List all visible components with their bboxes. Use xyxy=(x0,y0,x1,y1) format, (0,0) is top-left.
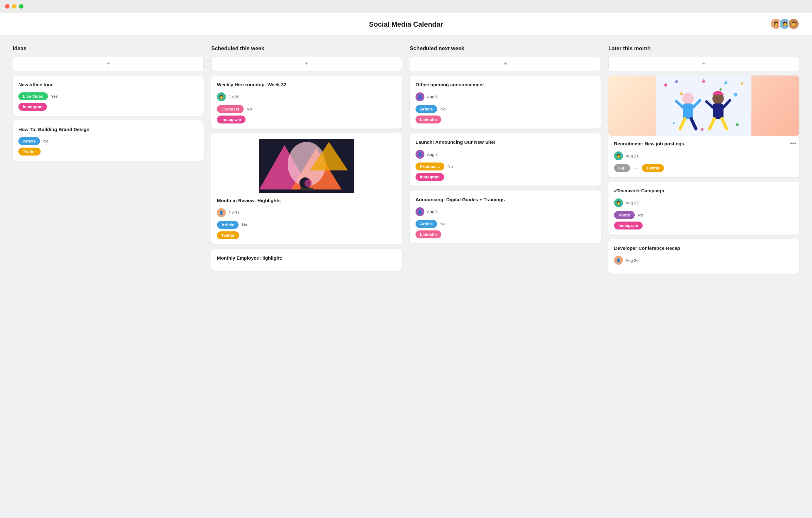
tag-no: No xyxy=(247,107,252,111)
avatar-small: 🧑 xyxy=(614,198,623,207)
tag-article[interactable]: Article xyxy=(415,105,437,113)
column-later-this-month: Later this month + xyxy=(608,46,799,278)
card-title: #Teamwork Campaign xyxy=(614,187,793,194)
page-title: Social Media Calendar xyxy=(0,20,812,29)
avatar-small: 🧑 xyxy=(614,152,623,160)
tag-no: No xyxy=(43,139,49,143)
card-tags: Produce... No xyxy=(415,163,595,170)
card-meta: 🧑 Aug 23 xyxy=(614,198,793,207)
column-header: Scheduled this week xyxy=(211,46,402,52)
add-later-button[interactable]: + xyxy=(608,57,799,71)
card-meta: 👤 Jul 31 xyxy=(217,208,397,217)
tag-carousel[interactable]: Carousel xyxy=(217,105,243,113)
card-tags: Carousel No xyxy=(217,105,397,113)
card-office-opening: Office opening announcement 👤 Aug 6 Arti… xyxy=(410,76,601,129)
tag-produce[interactable]: Produce... xyxy=(415,163,444,170)
add-next-week-button[interactable]: + xyxy=(410,57,601,71)
tag-gif[interactable]: GIF xyxy=(614,164,630,172)
tag-instagram[interactable]: Instagram xyxy=(19,103,47,111)
svg-rect-18 xyxy=(683,104,693,119)
svg-point-11 xyxy=(734,93,737,97)
card-meta: 🧑 Aug 21 xyxy=(614,152,793,160)
card-date: Jul 31 xyxy=(228,211,239,215)
card-tags-2: Instagram xyxy=(19,103,198,111)
avatar-small: 👤 xyxy=(415,92,425,101)
card-digital-guides: Announcing: Digital Guides + Trainings 👤… xyxy=(410,190,601,243)
svg-point-9 xyxy=(664,83,667,87)
tag-linkedin[interactable]: LinkedIn xyxy=(415,115,441,124)
card-tags-2: LinkedIn xyxy=(415,230,595,238)
card-date: Aug 7 xyxy=(427,152,438,157)
tag-live-video[interactable]: Live Video xyxy=(19,92,48,100)
tag-no: No xyxy=(440,222,446,226)
svg-point-6 xyxy=(304,179,312,187)
card-tags-2: LinkedIn xyxy=(415,115,595,124)
card-date: Aug 8 xyxy=(427,210,438,214)
more-options-button[interactable]: ••• xyxy=(790,140,796,147)
card-tags-2: Instagram xyxy=(614,222,793,229)
card-title: New office tour xyxy=(19,81,198,88)
column-ideas: Ideas + New office tour Live Video Yes I… xyxy=(13,46,204,278)
tag-photo[interactable]: Photo xyxy=(614,211,635,219)
tag-twitter[interactable]: Twitter xyxy=(217,231,239,239)
tag-twitter[interactable]: Twitter xyxy=(642,164,664,172)
add-this-week-button[interactable]: + xyxy=(211,57,402,71)
maximize-dot[interactable] xyxy=(19,4,24,8)
svg-point-10 xyxy=(741,82,743,85)
card-meta: 🧑 Jul 29 xyxy=(217,92,397,101)
svg-rect-8 xyxy=(656,76,751,136)
card-title: How To: Building Brand Design xyxy=(19,126,198,133)
card-date: Aug 21 xyxy=(626,154,638,158)
tag-dash: — xyxy=(634,166,638,171)
card-meta: 👤 Aug 6 xyxy=(415,92,595,101)
tag-instagram[interactable]: Instagram xyxy=(415,173,444,181)
main-content: Ideas + New office tour Live Video Yes I… xyxy=(0,35,812,288)
card-title: Office opening announcement xyxy=(415,81,595,88)
column-scheduled-this-week: Scheduled this week + Weekly Hire roundu… xyxy=(211,46,402,278)
card-tags: Photo No xyxy=(614,211,793,219)
avatar-small: 👤 xyxy=(415,207,425,216)
card-image xyxy=(217,139,397,193)
column-header: Later this month xyxy=(608,46,799,52)
avatar-3: 👨 xyxy=(788,18,799,29)
tag-no: No xyxy=(638,213,643,217)
avatar-small: 👤 xyxy=(614,256,623,265)
avatar-small: 👤 xyxy=(415,150,425,159)
card-tags: Article No xyxy=(415,220,595,228)
card-new-site: Launch: Announcing Our New Site! 👤 Aug 7… xyxy=(410,133,601,186)
card-title: Launch: Announcing Our New Site! xyxy=(415,139,595,145)
column-scheduled-next-week: Scheduled next week + Office opening ann… xyxy=(410,46,601,278)
card-recruitment: ••• Recruitment: New job postings 🧑 Aug … xyxy=(608,76,799,177)
tag-article[interactable]: Article xyxy=(217,221,238,229)
card-tags: Article No xyxy=(19,137,198,145)
card-title: Month in Review: Highlights xyxy=(217,197,397,204)
card-title: Recruitment: New job postings xyxy=(614,140,793,147)
avatar-small: 🧑 xyxy=(217,92,226,101)
svg-point-30 xyxy=(673,122,675,124)
tag-instagram[interactable]: Instagram xyxy=(217,115,245,124)
card-title: Monthly Employee Highlight: xyxy=(217,254,397,261)
tag-article[interactable]: Article xyxy=(415,220,437,228)
card-title: Weekly Hire roundup: Week 32 xyxy=(217,81,397,88)
tag-linkedin[interactable]: LinkedIn xyxy=(415,230,441,238)
card-weekly-hire: Weekly Hire roundup: Week 32 🧑 Jul 29 Ca… xyxy=(211,76,402,129)
tag-instagram[interactable]: Instagram xyxy=(614,222,643,229)
close-dot[interactable] xyxy=(5,4,9,8)
card-teamwork-campaign: #Teamwork Campaign 🧑 Aug 23 Photo No Ins… xyxy=(608,182,799,235)
card-meta: 👤 Aug 7 xyxy=(415,150,595,159)
header-avatars: 👩 👩 👨 xyxy=(773,18,799,29)
card-tags-2: Twitter xyxy=(19,147,198,156)
add-ideas-button[interactable]: + xyxy=(13,57,204,71)
avatar-small: 👤 xyxy=(217,208,226,217)
card-dev-conference: Developer Conference Recap 👤 Aug 26 xyxy=(608,239,799,274)
header: Social Media Calendar 👩 👩 👨 xyxy=(0,13,812,35)
card-new-office-tour: New office tour Live Video Yes Instagram xyxy=(13,76,204,116)
minimize-dot[interactable] xyxy=(12,4,17,8)
card-tags-2: Instagram xyxy=(415,173,595,181)
card-meta: 👤 Aug 26 xyxy=(614,256,793,265)
titlebar xyxy=(0,0,812,13)
tag-twitter[interactable]: Twitter xyxy=(19,147,40,156)
tag-article[interactable]: Article xyxy=(19,137,40,145)
svg-point-29 xyxy=(701,128,703,131)
card-building-brand: How To: Building Brand Design Article No… xyxy=(13,120,204,161)
